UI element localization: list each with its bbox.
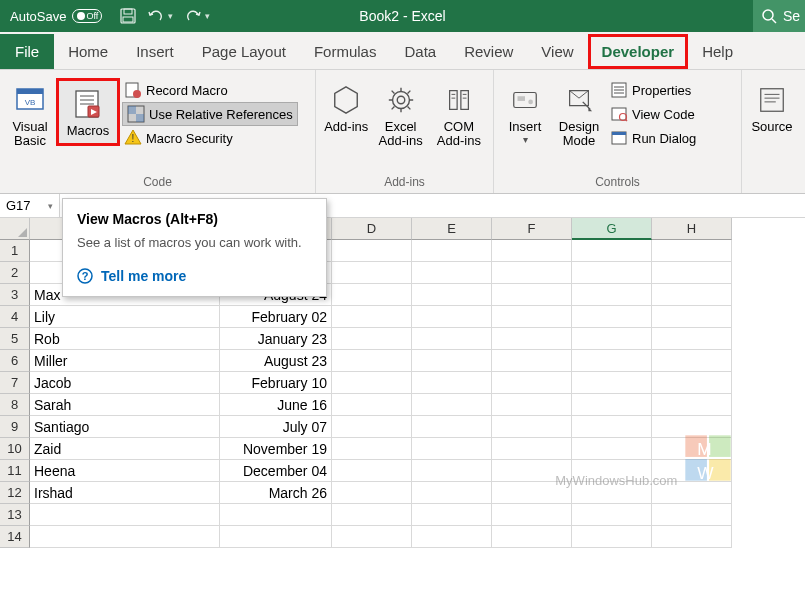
cell-G7[interactable]: [572, 372, 652, 394]
cell-F5[interactable]: [492, 328, 572, 350]
column-header-F[interactable]: F: [492, 218, 572, 240]
cell-H10[interactable]: [652, 438, 732, 460]
cell-G11[interactable]: [572, 460, 652, 482]
cell-F9[interactable]: [492, 416, 572, 438]
cell-D11[interactable]: [332, 460, 412, 482]
cell-F8[interactable]: [492, 394, 572, 416]
row-header-12[interactable]: 12: [0, 482, 30, 504]
column-header-D[interactable]: D: [332, 218, 412, 240]
cell-B12[interactable]: Irshad: [30, 482, 220, 504]
cell-C8[interactable]: June 16: [220, 394, 332, 416]
macro-security-button[interactable]: ! Macro Security: [122, 126, 298, 150]
tab-formulas[interactable]: Formulas: [300, 34, 391, 69]
cell-E7[interactable]: [412, 372, 492, 394]
row-header-6[interactable]: 6: [0, 350, 30, 372]
cell-H7[interactable]: [652, 372, 732, 394]
cell-D8[interactable]: [332, 394, 412, 416]
cell-H3[interactable]: [652, 284, 732, 306]
cell-G1[interactable]: [572, 240, 652, 262]
properties-button[interactable]: Properties: [608, 78, 702, 102]
cell-G2[interactable]: [572, 262, 652, 284]
run-dialog-button[interactable]: Run Dialog: [608, 126, 702, 150]
cell-H4[interactable]: [652, 306, 732, 328]
cell-H13[interactable]: [652, 504, 732, 526]
cell-E10[interactable]: [412, 438, 492, 460]
cell-H11[interactable]: [652, 460, 732, 482]
row-header-1[interactable]: 1: [0, 240, 30, 262]
cell-G8[interactable]: [572, 394, 652, 416]
column-header-H[interactable]: H: [652, 218, 732, 240]
tab-help[interactable]: Help: [688, 34, 747, 69]
cell-F10[interactable]: [492, 438, 572, 460]
cell-G6[interactable]: [572, 350, 652, 372]
cell-D10[interactable]: [332, 438, 412, 460]
cell-F2[interactable]: [492, 262, 572, 284]
column-header-E[interactable]: E: [412, 218, 492, 240]
cell-D2[interactable]: [332, 262, 412, 284]
addins-button[interactable]: Add-ins: [322, 78, 371, 138]
visual-basic-button[interactable]: VB Visual Basic: [6, 78, 54, 153]
cell-G5[interactable]: [572, 328, 652, 350]
com-addins-button[interactable]: COM Add-ins: [431, 78, 487, 153]
row-header-13[interactable]: 13: [0, 504, 30, 526]
autosave-toggle[interactable]: AutoSave Off: [0, 9, 112, 24]
record-macro-button[interactable]: Record Macro: [122, 78, 298, 102]
cell-F13[interactable]: [492, 504, 572, 526]
cell-F3[interactable]: [492, 284, 572, 306]
chevron-down-icon[interactable]: ▾: [168, 11, 173, 21]
view-code-button[interactable]: View Code: [608, 102, 702, 126]
cell-H1[interactable]: [652, 240, 732, 262]
row-header-14[interactable]: 14: [0, 526, 30, 548]
cell-F11[interactable]: [492, 460, 572, 482]
cell-E8[interactable]: [412, 394, 492, 416]
cell-B13[interactable]: [30, 504, 220, 526]
cell-G12[interactable]: [572, 482, 652, 504]
row-header-2[interactable]: 2: [0, 262, 30, 284]
cell-D3[interactable]: [332, 284, 412, 306]
cell-G3[interactable]: [572, 284, 652, 306]
cell-E2[interactable]: [412, 262, 492, 284]
column-header-G[interactable]: G: [572, 218, 652, 240]
cell-C12[interactable]: March 26: [220, 482, 332, 504]
cell-B8[interactable]: Sarah: [30, 394, 220, 416]
cell-B11[interactable]: Heena: [30, 460, 220, 482]
cell-E3[interactable]: [412, 284, 492, 306]
cell-C14[interactable]: [220, 526, 332, 548]
cell-C9[interactable]: July 07: [220, 416, 332, 438]
cell-H9[interactable]: [652, 416, 732, 438]
cell-B10[interactable]: Zaid: [30, 438, 220, 460]
cell-G4[interactable]: [572, 306, 652, 328]
cell-B7[interactable]: Jacob: [30, 372, 220, 394]
cell-B9[interactable]: Santiago: [30, 416, 220, 438]
row-header-8[interactable]: 8: [0, 394, 30, 416]
tab-file[interactable]: File: [0, 34, 54, 69]
insert-control-button[interactable]: Insert ▾: [500, 78, 550, 149]
cell-H8[interactable]: [652, 394, 732, 416]
tell-me-more-link[interactable]: ? Tell me more: [77, 268, 312, 284]
source-button[interactable]: Source: [748, 78, 796, 138]
tab-review[interactable]: Review: [450, 34, 527, 69]
cell-F6[interactable]: [492, 350, 572, 372]
cell-C7[interactable]: February 10: [220, 372, 332, 394]
save-icon[interactable]: [120, 8, 136, 24]
cell-D1[interactable]: [332, 240, 412, 262]
cell-G10[interactable]: [572, 438, 652, 460]
row-header-3[interactable]: 3: [0, 284, 30, 306]
cell-F1[interactable]: [492, 240, 572, 262]
tab-page-layout[interactable]: Page Layout: [188, 34, 300, 69]
cell-C10[interactable]: November 19: [220, 438, 332, 460]
cell-D14[interactable]: [332, 526, 412, 548]
chevron-down-icon[interactable]: ▾: [205, 11, 210, 21]
cell-C5[interactable]: January 23: [220, 328, 332, 350]
row-header-5[interactable]: 5: [0, 328, 30, 350]
design-mode-button[interactable]: Design Mode: [552, 78, 606, 153]
cell-E9[interactable]: [412, 416, 492, 438]
select-all-corner[interactable]: [0, 218, 30, 240]
row-header-11[interactable]: 11: [0, 460, 30, 482]
cell-C11[interactable]: December 04: [220, 460, 332, 482]
cell-H5[interactable]: [652, 328, 732, 350]
cell-E6[interactable]: [412, 350, 492, 372]
undo-icon[interactable]: [148, 8, 164, 24]
cell-F12[interactable]: [492, 482, 572, 504]
tab-home[interactable]: Home: [54, 34, 122, 69]
